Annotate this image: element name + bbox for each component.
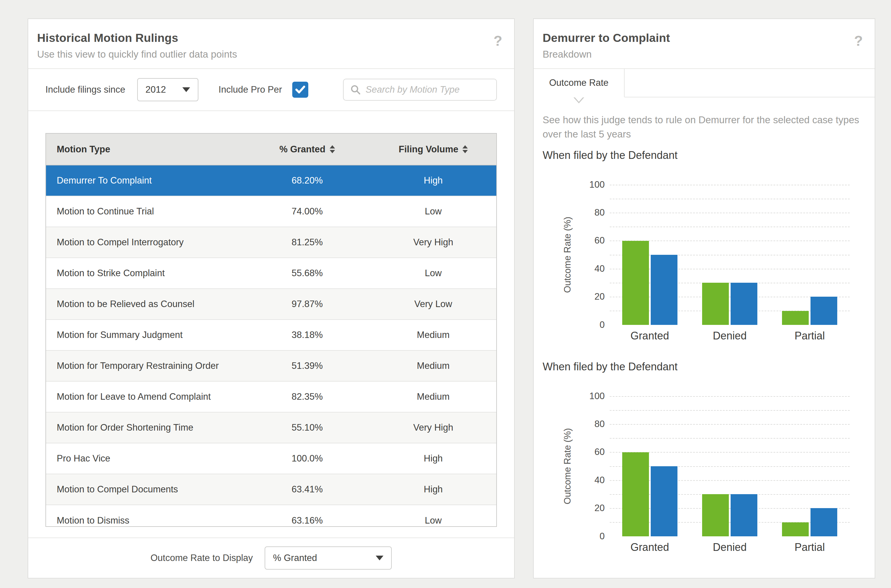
column-header-pct-granted[interactable]: % Granted xyxy=(244,134,370,165)
bars-row xyxy=(610,185,850,325)
bar-green-series-denied xyxy=(702,283,729,325)
filing-volume-cell: High xyxy=(370,165,496,196)
pct-granted-cell: 51.39% xyxy=(244,350,370,381)
table-row[interactable]: Motion for Leave to Amend Complaint82.35… xyxy=(46,381,496,412)
x-category-label: Partial xyxy=(770,541,850,554)
bar-chart: Outcome Rate (%)020406080100GrantedDenie… xyxy=(534,185,850,325)
y-tick-label: 40 xyxy=(570,263,605,274)
motion-type-cell: Motion for Leave to Amend Complaint xyxy=(46,381,244,412)
pct-granted-cell: 97.87% xyxy=(244,289,370,320)
demurrer-breakdown-panel: Demurrer to Complaint Breakdown ? Outcom… xyxy=(533,18,875,579)
x-category-label: Denied xyxy=(690,541,770,554)
outcome-rate-value: % Granted xyxy=(273,553,317,563)
table-row[interactable]: Motion to Compel Documents63.41%High xyxy=(46,474,496,505)
bar-group-granted xyxy=(610,185,690,325)
x-category-labels: GrantedDeniedPartial xyxy=(610,541,850,554)
filing-volume-cell: Medium xyxy=(370,320,496,350)
checkmark-icon xyxy=(295,86,305,94)
x-category-labels: GrantedDeniedPartial xyxy=(610,330,850,342)
pct-granted-cell: 82.35% xyxy=(244,381,370,412)
sort-icon[interactable] xyxy=(330,145,335,153)
table-row[interactable]: Motion to Dismiss63.16%Low xyxy=(46,505,496,527)
filings-since-label: Include filings since xyxy=(45,84,125,95)
chevron-down-icon xyxy=(182,87,190,92)
filing-volume-cell: Low xyxy=(370,505,496,527)
bar-group-partial xyxy=(770,185,850,325)
pct-granted-cell: 63.41% xyxy=(244,474,370,505)
filings-since-select[interactable]: 2012 xyxy=(137,78,198,101)
tab-outcome-rate[interactable]: Outcome Rate xyxy=(534,69,625,98)
filing-volume-cell: Low xyxy=(370,196,496,227)
x-category-label: Denied xyxy=(690,330,770,342)
chevron-down-icon xyxy=(376,556,383,560)
pct-granted-cell: 38.18% xyxy=(244,320,370,350)
help-icon[interactable]: ? xyxy=(494,34,502,48)
y-tick-label: 100 xyxy=(570,391,605,402)
y-tick-label: 0 xyxy=(570,320,605,330)
table-row[interactable]: Motion for Temporary Restraining Order51… xyxy=(46,350,496,381)
table-row[interactable]: Motion for Order Shortening Time55.10%Ve… xyxy=(46,412,496,443)
bar-green-series-partial xyxy=(782,311,809,325)
bar-green-series-granted xyxy=(622,452,649,536)
bar-blue-series-denied xyxy=(730,283,758,325)
bar-group-granted xyxy=(610,396,690,536)
x-category-label: Partial xyxy=(770,330,850,342)
motion-type-cell: Motion to Strike Complaint xyxy=(46,258,244,289)
pct-granted-cell: 81.25% xyxy=(244,227,370,258)
y-tick-label: 40 xyxy=(570,475,605,486)
pro-per-checkbox[interactable] xyxy=(292,82,308,98)
pct-granted-cell: 55.68% xyxy=(244,258,370,289)
left-panel-titles: Historical Motion Rulings Use this view … xyxy=(37,32,237,60)
y-tick-label: 60 xyxy=(570,447,605,458)
filing-volume-cell: High xyxy=(370,474,496,505)
motion-table: Motion Type % Granted Filing Volume xyxy=(46,134,496,527)
breakdown-subtitle: Breakdown xyxy=(543,49,670,60)
left-panel-header: Historical Motion Rulings Use this view … xyxy=(28,19,514,69)
bar-blue-series-partial xyxy=(810,508,837,536)
pct-granted-cell: 55.10% xyxy=(244,412,370,443)
y-tick-label: 80 xyxy=(570,207,605,218)
filing-volume-cell: Low xyxy=(370,258,496,289)
table-row[interactable]: Motion to be Relieved as Counsel97.87%Ve… xyxy=(46,289,496,320)
motion-type-cell: Motion to be Relieved as Counsel xyxy=(46,289,244,320)
outcome-rate-display-label: Outcome Rate to Display xyxy=(151,553,253,563)
filing-volume-cell: High xyxy=(370,443,496,474)
chart-title: When filed by the Defendant xyxy=(543,149,874,162)
bar-green-series-denied xyxy=(702,494,729,536)
left-panel-footer: Outcome Rate to Display % Granted xyxy=(28,537,514,578)
motion-table-body: Demurrer To Complaint68.20%HighMotion to… xyxy=(46,165,496,527)
right-panel-header: Demurrer to Complaint Breakdown ? xyxy=(534,19,874,69)
table-row[interactable]: Motion to Compel Interrogatory81.25%Very… xyxy=(46,227,496,258)
y-axis-label: Outcome Rate (%) xyxy=(562,428,573,504)
pct-granted-cell: 74.00% xyxy=(244,196,370,227)
outcome-rate-select[interactable]: % Granted xyxy=(265,546,392,570)
page-subtitle: Use this view to quickly find outlier da… xyxy=(37,49,237,60)
bar-group-denied xyxy=(690,396,770,536)
tab-row: Outcome Rate xyxy=(534,69,874,98)
bar-group-partial xyxy=(770,396,850,536)
table-row[interactable]: Motion to Strike Complaint55.68%Low xyxy=(46,258,496,289)
bar-group-denied xyxy=(690,185,770,325)
search-input[interactable] xyxy=(366,84,490,95)
column-header-filing-volume[interactable]: Filing Volume xyxy=(370,134,496,165)
sort-icon[interactable] xyxy=(462,145,468,153)
y-tick-label: 20 xyxy=(570,503,605,513)
y-tick-label: 80 xyxy=(570,419,605,429)
plot-area xyxy=(610,185,850,325)
table-row[interactable]: Motion for Summary Judgment38.18%Medium xyxy=(46,320,496,350)
table-row[interactable]: Motion to Continue Trial74.00%Low xyxy=(46,196,496,227)
chart-section: When filed by the DefendantOutcome Rate … xyxy=(534,149,874,325)
help-icon[interactable]: ? xyxy=(854,34,863,48)
bar-green-series-granted xyxy=(622,241,649,325)
table-row[interactable]: Demurrer To Complaint68.20%High xyxy=(46,165,496,196)
motion-table-wrap: Motion Type % Granted Filing Volume xyxy=(45,133,497,527)
x-category-label: Granted xyxy=(610,330,690,342)
column-header-motion-type[interactable]: Motion Type xyxy=(46,134,244,165)
motion-type-cell: Demurrer To Complaint xyxy=(46,165,244,196)
motion-type-cell: Motion to Continue Trial xyxy=(46,196,244,227)
table-row[interactable]: Pro Hac Vice100.0%High xyxy=(46,443,496,474)
table-header-row: Motion Type % Granted Filing Volume xyxy=(46,134,496,165)
y-tick-label: 100 xyxy=(570,179,605,190)
charts: When filed by the DefendantOutcome Rate … xyxy=(534,141,874,572)
filing-volume-cell: Medium xyxy=(370,350,496,381)
